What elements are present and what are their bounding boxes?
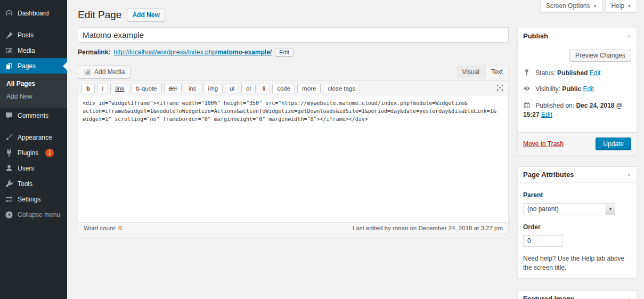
attributes-help-text: Need help? Use the Help tab above the sc… [523,254,631,273]
add-new-button[interactable]: Add New [127,9,165,21]
wordpress-admin-screen: Dashboard Posts Media Pages All Pages Ad… [0,0,644,299]
visibility-edit-link[interactable]: Edit [583,85,594,93]
submenu-item-add-new[interactable]: Add New [0,90,67,103]
sidebar-item-appearance[interactable]: Appearance [0,130,67,145]
page-title: Edit Page [78,9,121,21]
media-icon [4,46,13,55]
word-count: Word count: 0 [84,225,121,231]
sidebar-item-label: Dashboard [18,10,49,17]
sidebar-item-comments[interactable]: Comments [0,108,67,123]
preview-changes-button[interactable]: Preview Changes [569,50,631,61]
tab-visual[interactable]: Visual [456,66,485,78]
chevron-down-icon: ▼ [627,4,631,8]
collapse-toggle-icon[interactable]: ▲ [627,296,631,299]
settings-icon [4,195,13,204]
sidebar-item-label: Posts [18,31,34,39]
sidebar-item-dashboard[interactable]: Dashboard [0,5,67,21]
appearance-icon [4,133,13,142]
sidebar-item-posts[interactable]: Posts [0,27,67,43]
sidebar-item-label: Pages [18,62,36,70]
more-button[interactable]: more [297,84,321,93]
editor-mode-tabs: Visual Text [456,66,509,78]
update-button[interactable]: Update [596,138,631,150]
plugin-icon [4,148,13,157]
post-title-input[interactable] [78,27,509,43]
add-media-icon [84,68,91,76]
sidebar-item-media[interactable]: Media [0,43,67,58]
fullscreen-expand-icon[interactable] [494,83,505,94]
select-arrow-icon: ▼ [606,204,615,215]
close-tags-button[interactable]: close tags [323,84,360,93]
publish-panel: Publish ▲ Preview Changes Status: Publis… [517,28,637,156]
screen-options-button[interactable]: Screen Options ▼ [540,0,603,13]
pages-icon [4,61,13,70]
status-row: Status: Published Edit [523,69,631,78]
screen-meta-tabs: Screen Options ▼ Help ▼ [540,0,637,13]
status-edit-link[interactable]: Edit [590,69,601,77]
permalink-link[interactable]: http://localhost/wordpress/index.php/mat… [113,49,272,56]
collapse-toggle-icon[interactable]: ▲ [627,172,631,177]
pages-submenu: All Pages Add New [0,74,67,108]
sidebar-item-label: Plugins [18,149,38,157]
sidebar-item-settings[interactable]: Settings [0,191,67,207]
sidebar-item-label: Settings [18,196,40,203]
permalink-row: Permalink: http://localhost/wordpress/in… [78,48,509,56]
ins-button[interactable]: ins [184,84,201,93]
comments-icon [4,111,13,120]
sidebar-item-collapse-menu[interactable]: Collapse menu [0,207,67,222]
chevron-down-icon: ▼ [593,4,597,8]
sidebar-item-label: Media [18,47,35,54]
parent-label: Parent [523,191,631,199]
admin-sidebar: Dashboard Posts Media Pages All Pages Ad… [0,0,67,299]
tools-icon [4,179,13,188]
sidebar-item-users[interactable]: Users [0,160,67,176]
img-button[interactable]: img [203,84,223,93]
order-input[interactable] [523,235,563,247]
blockquote-button[interactable]: b-quote [132,84,162,93]
sidebar-item-label: Users [18,165,34,172]
visibility-row: Visibility: Public Edit [523,85,631,94]
sidebar-item-label: Tools [18,180,32,188]
permalink-label: Permalink: [78,49,110,56]
ol-button[interactable]: ol [241,84,256,93]
link-button[interactable]: link [110,84,129,93]
published-edit-link[interactable]: Edit [541,111,552,118]
submenu-item-all-pages[interactable]: All Pages [0,77,67,90]
help-button[interactable]: Help ▼ [605,0,637,13]
editor-frame: b i link b-quote del ins img ul ol li co… [78,80,509,234]
italic-button[interactable]: i [97,84,108,93]
parent-select[interactable]: (no parent) ▼ [523,203,615,215]
sidebar-item-label: Appearance [18,134,52,141]
collapse-toggle-icon[interactable]: ▲ [627,34,631,38]
sidebar-item-pages[interactable]: Pages [0,58,67,74]
post-content-editor[interactable]: <div id="widgetIframe"><iframe width="10… [78,96,508,222]
collapse-icon [4,210,13,219]
edit-permalink-button[interactable]: Edit [275,48,294,56]
plugins-update-badge: 1 [45,149,54,157]
editor-status-bar: Word count: 0 Last edited by ronan on De… [78,222,508,233]
pin-icon [523,69,531,76]
publish-panel-header[interactable]: Publish ▲ [518,28,637,44]
users-icon [4,164,13,173]
tab-text[interactable]: Text [485,66,509,78]
ul-button[interactable]: ul [225,84,239,93]
admin-content: Screen Options ▼ Help ▼ Edit Page Add Ne… [67,0,644,299]
sidebar-separator [0,21,67,27]
order-label: Order [523,223,631,231]
calendar-icon [523,101,531,109]
bold-button[interactable]: b [81,84,95,93]
eye-icon [523,85,531,92]
quicktags-toolbar: b i link b-quote del ins img ul ol li co… [78,81,508,96]
code-button[interactable]: code [272,84,295,93]
add-media-button[interactable]: Add Media [78,66,131,78]
move-to-trash-link[interactable]: Move to Trash [523,140,564,148]
sidebar-item-label: Comments [18,112,48,119]
sidebar-item-tools[interactable]: Tools [0,176,67,191]
page-attributes-header[interactable]: Page Attributes ▲ [518,167,637,183]
sidebar-item-plugins[interactable]: Plugins 1 [0,145,67,160]
del-button[interactable]: del [164,84,182,93]
featured-image-header[interactable]: Featured Image ▲ [518,291,637,299]
li-button[interactable]: li [258,84,270,93]
dashboard-icon [4,9,13,18]
pushpin-icon [4,30,13,39]
